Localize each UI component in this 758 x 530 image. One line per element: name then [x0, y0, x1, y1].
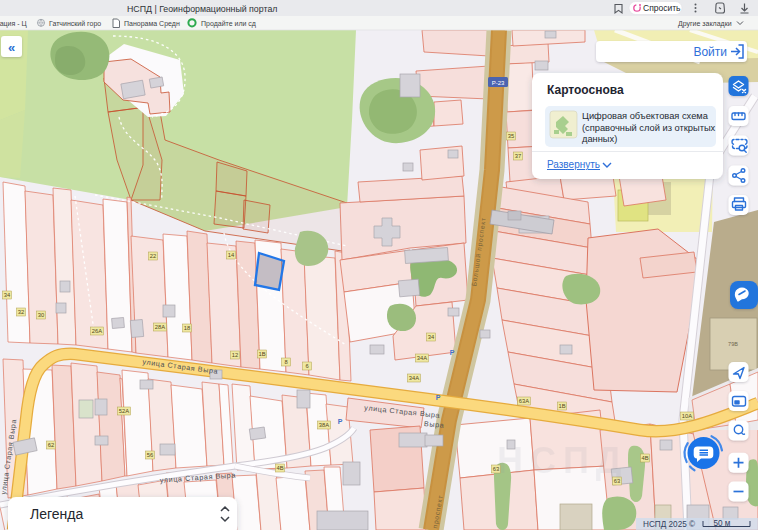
svg-text:Р: Р	[450, 349, 455, 356]
svg-text:35: 35	[508, 133, 514, 139]
svg-text:12: 12	[232, 352, 238, 358]
svg-text:Развернуть: Развернуть	[547, 159, 600, 170]
svg-text:63А: 63А	[519, 398, 529, 404]
svg-text:62: 62	[48, 442, 54, 448]
svg-text:Спросить: Спросить	[643, 3, 681, 13]
svg-text:34А: 34А	[417, 355, 427, 361]
svg-text:32: 32	[18, 309, 24, 315]
svg-text:Легенда: Легенда	[30, 506, 83, 522]
svg-text:28А: 28А	[155, 324, 165, 330]
svg-text:«: «	[8, 40, 15, 55]
svg-text:НСПД | Геоинформационный порта: НСПД | Геоинформационный портал	[127, 4, 277, 14]
svg-text:Выра: Выра	[424, 419, 445, 430]
svg-text:Войти: Войти	[693, 45, 727, 59]
svg-text:1В: 1В	[558, 403, 565, 409]
svg-text:22: 22	[150, 253, 156, 259]
svg-text:НСПД 2025 ©: НСПД 2025 ©	[643, 520, 695, 529]
svg-text:Панорама Средн: Панорама Средн	[124, 20, 180, 28]
svg-text:38А: 38А	[319, 422, 329, 428]
svg-text:8: 8	[284, 359, 287, 365]
svg-text:56: 56	[147, 452, 153, 458]
svg-text:Гатчинский горо: Гатчинский горо	[49, 20, 101, 28]
svg-text:34: 34	[4, 292, 11, 298]
svg-text:НСПД: НСПД	[497, 440, 629, 481]
svg-text:34: 34	[428, 334, 435, 340]
svg-text:52А: 52А	[119, 408, 129, 414]
svg-text:4В: 4В	[641, 455, 648, 461]
svg-text:вация - Ц: вация - Ц	[0, 20, 27, 28]
svg-text:4В: 4В	[276, 465, 283, 471]
svg-text:30: 30	[38, 312, 44, 318]
svg-text:34А: 34А	[409, 375, 419, 381]
svg-text:Р: Р	[338, 418, 343, 425]
svg-text:(справочный слой из открытых: (справочный слой из открытых	[582, 123, 716, 133]
svg-text:данных): данных)	[582, 134, 617, 144]
svg-text:Цифровая объектовая схема: Цифровая объектовая схема	[582, 111, 709, 121]
svg-text:10А: 10А	[682, 413, 692, 419]
svg-text:1В: 1В	[258, 351, 265, 357]
svg-text:6: 6	[305, 363, 308, 369]
svg-text:Другие закладки: Другие закладки	[678, 20, 732, 28]
svg-text:14: 14	[228, 252, 235, 258]
svg-text:Р: Р	[436, 394, 441, 401]
svg-text:Продайте или сд: Продайте или сд	[201, 20, 256, 28]
svg-text:37: 37	[515, 153, 521, 159]
svg-text:18: 18	[184, 325, 190, 331]
svg-text:Р-23: Р-23	[492, 80, 505, 86]
svg-text:79В: 79В	[728, 341, 738, 347]
svg-text:26А: 26А	[92, 328, 102, 334]
svg-text:Картооснова: Картооснова	[547, 83, 624, 97]
